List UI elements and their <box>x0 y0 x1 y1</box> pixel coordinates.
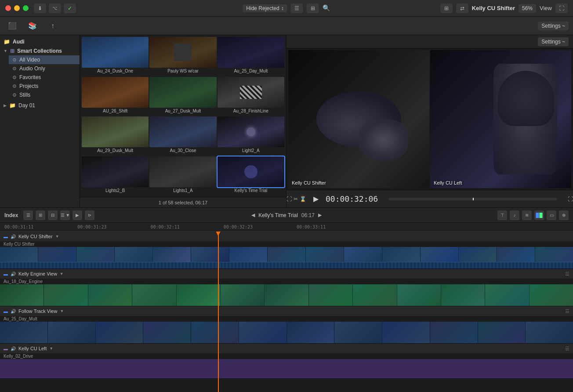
track-4-indicator: ▬ <box>4 346 8 351</box>
share-icon[interactable]: ↑ <box>45 18 61 34</box>
audio-waveform-1 <box>0 262 573 269</box>
tl-audio-icon[interactable]: ♪ <box>510 211 519 220</box>
checkmark-icon[interactable]: ✓ <box>64 4 76 13</box>
sidebar: 📁 Audi ▼ ⊞ Smart Collections ⚙ All Video… <box>0 35 80 207</box>
close-button[interactable] <box>5 5 11 11</box>
list-item[interactable]: Pauly WS w/car <box>149 37 216 76</box>
track-1-frames <box>0 247 573 262</box>
list-item[interactable]: Au_24_Dusk_One <box>82 37 149 76</box>
day01-label: Day 01 <box>18 102 35 109</box>
sidebar-item-day01[interactable]: ▶ 📁 Day 01 <box>0 101 80 110</box>
download-icon[interactable]: ⬇ <box>34 4 46 13</box>
playhead[interactable] <box>218 232 219 392</box>
sidebar-item-projects[interactable]: ⚙ Projects <box>9 82 80 91</box>
library-icon[interactable]: 📚 <box>25 18 40 34</box>
tl-clip-icon[interactable]: ▭ <box>547 211 556 220</box>
view-menu[interactable]: View <box>540 5 552 11</box>
expand-icon[interactable]: ⛶ <box>555 4 568 13</box>
sidebar-item-favorites[interactable]: ⚙ Favorites <box>9 73 80 82</box>
tl-zoom-icon[interactable]: ⊕ <box>559 211 569 220</box>
search-icon[interactable]: 🔍 <box>323 4 330 12</box>
track-4-menu[interactable]: ☰ <box>565 346 569 352</box>
timeline-project-info: ◀ Kelly's Time Trial 06:17 ▶ <box>251 212 322 218</box>
hide-rejected-button[interactable]: Hide Rejected ↕ <box>243 4 287 12</box>
library-name: Audi <box>13 39 25 45</box>
titlebar: ⬇ ⌥ ✓ Hide Rejected ↕ ☰ ⊞ 🔍 ⊞ ⇄ Kelly CU… <box>0 0 573 17</box>
list-item[interactable]: Lights1_A <box>149 156 216 196</box>
tl-list-icon[interactable]: ☰ <box>23 211 33 220</box>
thumbnail-au28 <box>218 77 284 108</box>
thumb-label-au29: Au_29_Dusk_Mult <box>82 147 149 154</box>
list-item[interactable]: Lights2_B <box>82 156 149 196</box>
track-1-expand[interactable]: ▼ <box>55 234 59 239</box>
tl-split-icon[interactable]: ⊤ <box>497 211 507 220</box>
list-item[interactable]: Au_25_Day_Mult <box>218 37 284 76</box>
zoom-control[interactable]: 56% <box>519 4 536 13</box>
browser-status: 1 of 58 selected, 06:17 <box>80 197 286 207</box>
keybinding-icon[interactable]: ⌥ <box>49 4 61 13</box>
minimize-button[interactable] <box>14 5 20 11</box>
thumbnail-au29 <box>82 116 149 147</box>
list-item[interactable]: Light2_A <box>218 116 284 156</box>
tl-wave-icon[interactable]: ≋ <box>522 211 532 220</box>
all-video-label: All Video <box>19 57 40 63</box>
track-2-menu[interactable]: ☰ <box>565 271 569 277</box>
list-item[interactable]: Au_27_Dusk_Mult <box>149 77 216 116</box>
viewer-trim-icon[interactable]: ✂ <box>294 196 298 202</box>
track-1-mute[interactable]: 🔊 <box>11 234 16 239</box>
tl-columns-icon[interactable]: ⊟ <box>48 211 58 220</box>
track-2-indicator: ▬ <box>4 272 8 276</box>
thumb-label-lights2b: Lights2_B <box>82 187 149 194</box>
tl-left-arrow[interactable]: ◀ <box>251 212 255 218</box>
list-item[interactable]: Au_29_Dusk_Mult <box>82 116 149 156</box>
track-2-expand[interactable]: ▼ <box>60 272 64 276</box>
timeline-index-label[interactable]: Index <box>4 212 18 218</box>
viewer-left-label: Kelly CU Shifter <box>292 180 326 185</box>
tl-skip-icon[interactable]: ⊳ <box>85 211 94 220</box>
track-4-expand[interactable]: ▼ <box>49 346 53 351</box>
frame <box>44 284 88 306</box>
thumb-label-au27: Au_27_Dusk_Mult <box>149 108 216 114</box>
view-toggle-icon[interactable]: ☰ <box>291 4 303 13</box>
viewer-scrubber[interactable] <box>388 198 557 200</box>
viewer-screens: Kelly CU Shifter Kelly CU Left <box>286 48 573 190</box>
tl-right-arrow[interactable]: ▶ <box>318 212 322 218</box>
viewer-play-button[interactable]: ▶ <box>313 195 319 203</box>
media-import-icon[interactable]: ⬛ <box>4 18 20 34</box>
viewer-panel: Settings ~ Kelly CU Shifter <box>286 35 573 207</box>
frame <box>459 247 497 262</box>
track-3-mute[interactable]: 🔊 <box>11 309 16 314</box>
list-item[interactable]: AU_26_Shift <box>82 77 149 116</box>
grid-view-icon[interactable]: ⊞ <box>307 4 319 13</box>
smart-collections-header[interactable]: ▼ ⊞ Smart Collections <box>0 47 80 55</box>
sidebar-item-stills[interactable]: ⚙ Stills <box>9 91 80 99</box>
maximize-button[interactable] <box>23 5 29 11</box>
viewer-expand-icon[interactable]: ⛶ <box>286 196 292 202</box>
track-3-menu[interactable]: ☰ <box>565 309 569 314</box>
swap-icon[interactable]: ⇄ <box>456 4 468 13</box>
thumbnail-kellytime <box>218 156 284 187</box>
sidebar-item-all-video[interactable]: ⚙ All Video <box>9 55 80 64</box>
all-video-icon: ⚙ <box>12 57 17 63</box>
list-item[interactable]: Kelly's Time Trial <box>218 156 284 196</box>
frame <box>88 284 132 306</box>
track-4-mute[interactable]: 🔊 <box>11 346 16 351</box>
track-3-expand[interactable]: ▼ <box>60 309 64 313</box>
viewer-fullscreen-icon[interactable]: ⛶ <box>568 196 573 202</box>
settings-button[interactable]: Settings ~ <box>538 22 569 30</box>
list-item[interactable]: Au_30_Close <box>149 116 216 156</box>
track-2-mute[interactable]: 🔊 <box>11 272 16 276</box>
tl-grid-icon[interactable]: ⊞ <box>36 211 45 220</box>
thumb-label-au30: Au_30_Close <box>149 147 216 154</box>
grid-layout-icon[interactable]: ⊞ <box>440 4 453 13</box>
track-4-filmstrip <box>0 359 573 378</box>
tl-color-icon[interactable]: █ █ <box>534 211 544 220</box>
track-4-content <box>0 359 573 378</box>
list-item[interactable]: Au_28_FinishLine <box>218 77 284 116</box>
tl-play-icon[interactable]: ▶ <box>73 211 82 220</box>
viewer-settings-button[interactable]: Settings ~ <box>538 37 569 46</box>
stills-label: Stills <box>19 92 30 98</box>
viewer-key-icon[interactable]: ⌛ <box>300 196 306 202</box>
sidebar-item-audio-only[interactable]: ⚙ Audio Only <box>9 64 80 73</box>
tl-view-select[interactable]: ☰ ▼ <box>60 211 70 220</box>
